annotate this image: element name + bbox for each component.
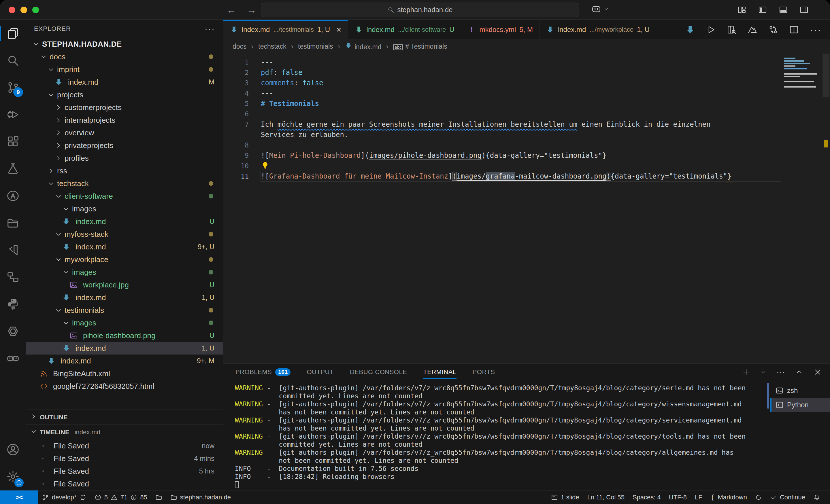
back-button[interactable]: ←	[226, 4, 236, 15]
tree-file-index-md[interactable]: index.md1, U	[26, 342, 223, 355]
editor-line-3[interactable]: 3comments: false	[223, 78, 830, 88]
tree-folder-client-software[interactable]: client-software	[26, 190, 223, 202]
terminal-session-python[interactable]: Python	[770, 398, 830, 412]
tree-file-googlef727264f56832057-html[interactable]: googlef727264f56832057.html	[26, 380, 223, 393]
scrollbar[interactable]	[821, 54, 830, 364]
tree-file-index-md[interactable]: index.mdM	[26, 76, 223, 89]
tree-folder-docs[interactable]: docs	[26, 51, 223, 63]
status-slides[interactable]: 1 slide	[547, 491, 583, 504]
editor-line-4[interactable]: 4---	[223, 88, 830, 99]
breadcrumb-item[interactable]: techstack	[258, 43, 286, 51]
editor-tab-4[interactable]: index.md.../myworkplace1, U	[540, 20, 656, 39]
editor-line-7[interactable]: 7Ich möchte gerne ein paar Screenshots m…	[223, 119, 830, 130]
activity-item-python[interactable]	[0, 291, 26, 318]
tree-folder-internalprojects[interactable]: internalprojects	[26, 114, 223, 127]
md-preview-icon[interactable]	[747, 25, 757, 35]
status-eol[interactable]: LF	[691, 491, 706, 504]
activity-item-extensions[interactable]	[0, 128, 26, 155]
activity-item-explorer[interactable]	[0, 20, 26, 47]
copilot-menu[interactable]	[592, 4, 609, 14]
minimap[interactable]	[784, 58, 819, 89]
editor[interactable]: 1---2pdf: false3comments: false4---5# Te…	[223, 54, 830, 364]
panel-tab-output[interactable]: OUTPUT	[307, 364, 333, 380]
minimize-window-button[interactable]	[21, 7, 27, 13]
editor-line-10[interactable]: 10	[223, 161, 830, 171]
close-window-button[interactable]	[9, 7, 15, 13]
breadcrumb-item[interactable]: index.md	[345, 42, 381, 51]
activity-item-a-extension[interactable]	[0, 182, 26, 209]
chevron-up-icon[interactable]	[795, 368, 803, 376]
activity-item-search[interactable]	[0, 47, 26, 74]
editor-line-1[interactable]: 1---	[223, 57, 830, 67]
editor-tab-3[interactable]: !mkdocs.yml5, M	[461, 20, 540, 39]
tree-folder-customerprojects[interactable]: customerprojects	[26, 101, 223, 114]
editor-tab-2[interactable]: index.md.../client-softwareU	[348, 20, 461, 39]
timeline-item[interactable]: File Saved4 mins	[26, 452, 223, 465]
activity-item-live-preview[interactable]	[0, 236, 26, 264]
split-icon[interactable]	[789, 25, 799, 35]
tree-folder-images[interactable]: images	[26, 266, 223, 278]
chevron-down-icon[interactable]	[760, 369, 767, 375]
run-icon[interactable]	[706, 25, 716, 35]
status-remote[interactable]: ><	[0, 491, 38, 504]
tree-file-index-md[interactable]: index.md1, U	[26, 291, 223, 304]
breadcrumb-item[interactable]: abc# Testimonials	[393, 43, 447, 51]
panel-tab-terminal[interactable]: TERMINAL	[423, 364, 456, 380]
tree-file-workplace-jpg[interactable]: workplace.jpgU	[26, 278, 223, 291]
editor-line-5[interactable]: 5# Testimonials	[223, 99, 830, 109]
tree-file-index-md[interactable]: index.mdU	[26, 215, 223, 228]
tree-file-index-md[interactable]: index.md9+, U	[26, 240, 223, 253]
status-notifications[interactable]	[809, 491, 824, 504]
close-icon[interactable]	[813, 368, 822, 376]
outline-section-header[interactable]: OUTLINE	[26, 409, 223, 425]
tree-folder-projects[interactable]: projects	[26, 89, 223, 101]
editor-line-wrap[interactable]: Services zu erlauben.	[223, 130, 830, 140]
activity-item-settings[interactable]	[0, 463, 26, 490]
more-actions-icon[interactable]: ···	[810, 24, 821, 35]
status-indentation[interactable]: Spaces: 4	[629, 491, 665, 504]
markdown-arrow-icon[interactable]	[685, 25, 695, 35]
toggle-panel-button[interactable]	[779, 5, 788, 14]
activity-item-containers[interactable]	[0, 345, 26, 372]
compare-icon[interactable]	[768, 25, 778, 35]
panel-tab-debug-console[interactable]: DEBUG CONSOLE	[350, 364, 407, 380]
terminal-output[interactable]: WARNING - [git-authors-plugin] /var/fold…	[223, 380, 766, 490]
command-center-search[interactable]: stephan.hadan.de	[261, 3, 579, 17]
status-encoding[interactable]: UTF-8	[665, 491, 691, 504]
tree-folder-rss[interactable]: rss	[26, 164, 223, 177]
tree-folder-myfoss-stack[interactable]: myfoss-stack	[26, 228, 223, 240]
editor-line-11[interactable]: 11![Grafana-Dashboard für meine Mailcow-…	[223, 171, 830, 181]
lightbulb-icon[interactable]	[261, 162, 269, 170]
activity-item-source-control[interactable]: 9	[0, 74, 26, 101]
activity-item-accounts[interactable]	[0, 436, 26, 463]
tree-folder-myworkplace[interactable]: myworkplace	[26, 253, 223, 266]
toggle-primary-sidebar-button[interactable]	[758, 5, 767, 14]
status-language-mode[interactable]: (Markdown	[706, 491, 751, 504]
preview-search-icon[interactable]	[727, 25, 737, 35]
status-continue[interactable]: Continue	[766, 491, 809, 504]
panel-more-actions[interactable]: ···	[776, 367, 785, 377]
status-workspace[interactable]: stephan.hadan.de	[166, 491, 235, 504]
editor-line-2[interactable]: 2pdf: false	[223, 67, 830, 78]
editor-tab-1[interactable]: index.md.../testimonials1, U×	[223, 20, 348, 39]
tree-folder-stephan-hadan-de[interactable]: STEPHAN.HADAN.DE	[26, 38, 223, 51]
status-problems[interactable]: 57185	[91, 491, 151, 504]
tree-folder-techstack[interactable]: techstack	[26, 177, 223, 190]
toggle-secondary-sidebar-button[interactable]	[799, 5, 809, 14]
tree-file-bingsiteauth-xml[interactable]: BingSiteAuth.xml	[26, 367, 223, 380]
editor-line-9[interactable]: 9![Mein Pi-hole-Dashboard](images/pihole…	[223, 150, 830, 161]
status-spinner[interactable]	[751, 491, 766, 504]
tree-folder-images[interactable]: images	[26, 202, 223, 215]
terminal-session-zsh[interactable]: zsh	[770, 383, 830, 398]
activity-item-run-debug[interactable]	[0, 101, 26, 128]
customize-layout-button[interactable]	[737, 5, 746, 14]
panel-tab-problems[interactable]: PROBLEMS161	[235, 364, 290, 380]
status-window[interactable]	[151, 491, 166, 504]
plus-icon[interactable]	[742, 368, 751, 376]
tree-folder-imprint[interactable]: imprint	[26, 63, 223, 76]
explorer-more-actions[interactable]: ···	[204, 24, 215, 34]
breadcrumb-item[interactable]: testimonials	[298, 43, 333, 51]
tree-folder-overview[interactable]: overview	[26, 127, 223, 139]
tree-folder-profiles[interactable]: profiles	[26, 152, 223, 164]
terminal-scrollbar[interactable]	[766, 380, 770, 490]
